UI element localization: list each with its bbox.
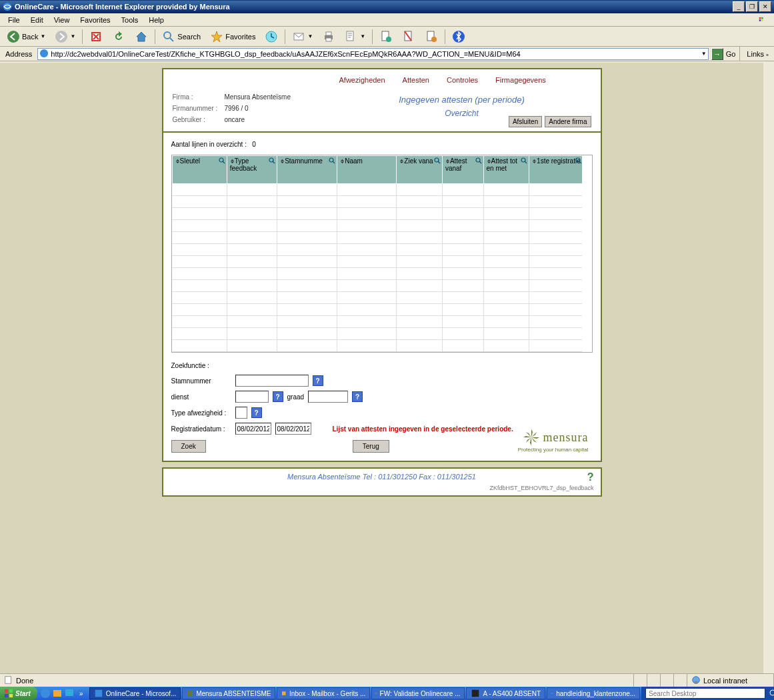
footer-panel: ? Mensura Absenteïsme Tel : 011/301250 F… <box>162 467 602 497</box>
terug-button[interactable]: Terug <box>353 440 389 453</box>
date-from-input[interactable] <box>235 423 271 435</box>
menu-edit[interactable]: Edit <box>25 15 49 25</box>
svg-point-6 <box>55 31 67 43</box>
links-button[interactable]: Links » <box>744 50 771 58</box>
column-header[interactable]: Type feedback <box>227 156 277 184</box>
menu-view[interactable]: View <box>49 15 75 25</box>
footer-help-icon[interactable]: ? <box>587 471 594 483</box>
taskbar-item[interactable]: Mensura ABSENTEISME <box>182 687 275 699</box>
url-field[interactable]: ▼ <box>37 48 708 60</box>
filter-icon[interactable] <box>219 157 225 164</box>
nav-attesten[interactable]: Attesten <box>403 76 429 84</box>
sort-icon[interactable] <box>230 157 235 162</box>
ql-ie-icon[interactable] <box>40 688 51 699</box>
nav-afwezigheden[interactable]: Afwezigheden <box>339 76 385 84</box>
dienst-input[interactable] <box>235 391 269 403</box>
column-header[interactable]: 1ste registratie <box>529 156 582 184</box>
filter-icon[interactable] <box>521 157 527 164</box>
nav-controles[interactable]: Controles <box>447 76 478 84</box>
taskbar-item[interactable]: FW: Validatie Onlinecare ... <box>371 687 465 699</box>
go-button[interactable]: → <box>711 48 723 60</box>
column-header[interactable]: Sleutel <box>172 156 227 184</box>
type-input[interactable] <box>235 407 247 419</box>
zone-text: Local intranet <box>703 677 747 685</box>
column-header[interactable]: Naam <box>337 156 397 184</box>
ql-desktop-icon[interactable] <box>64 688 75 699</box>
tool2-button[interactable] <box>398 28 419 45</box>
filter-icon[interactable] <box>475 157 482 164</box>
sort-icon[interactable] <box>445 157 450 162</box>
type-help-button[interactable]: ? <box>251 407 262 418</box>
doc2-icon <box>402 30 415 43</box>
search-button[interactable]: Search <box>158 28 205 45</box>
back-button[interactable]: Back ▼ <box>3 28 49 45</box>
minimize-button[interactable]: _ <box>733 1 745 12</box>
menu-tools[interactable]: Tools <box>116 15 144 25</box>
print-button[interactable] <box>318 28 339 45</box>
menu-file[interactable]: File <box>3 15 25 25</box>
menu-favorites[interactable]: Favorites <box>75 15 115 25</box>
restore-button[interactable]: ❐ <box>746 1 758 12</box>
table-scroll[interactable]: SleutelType feedbackStamnummeNaamZiek va… <box>172 155 582 352</box>
graad-input[interactable] <box>308 391 348 403</box>
doc-icon <box>379 30 393 43</box>
taskbar: Start » OnlineCare - Microsof...Mensura … <box>0 687 774 700</box>
edit-button[interactable]: ▼ <box>341 28 369 45</box>
ql-outlook-icon[interactable] <box>52 688 63 699</box>
bluetooth-button[interactable] <box>448 28 469 45</box>
stamnummer-input[interactable] <box>235 375 309 387</box>
svg-rect-38 <box>65 689 73 696</box>
taskbar-item[interactable]: Inbox - Mailbox - Gerits ... <box>277 687 370 699</box>
column-header[interactable]: Ziek vana <box>397 156 443 184</box>
taskbar-item[interactable]: handleiding_klantenzone... <box>547 687 640 699</box>
column-header[interactable]: Stamnumme <box>277 156 337 184</box>
table-row <box>172 208 582 220</box>
svg-point-16 <box>386 37 391 42</box>
menu-help[interactable]: Help <box>143 15 169 25</box>
filter-icon[interactable] <box>329 157 335 164</box>
stamnummer-help-button[interactable]: ? <box>313 375 323 386</box>
search-desktop-field[interactable] <box>645 688 765 699</box>
filter-icon[interactable] <box>434 157 441 164</box>
history-button[interactable] <box>261 28 282 45</box>
tool1-button[interactable] <box>375 28 397 45</box>
history-icon <box>265 30 278 43</box>
firmanummer-label: Firmanummer : <box>173 105 225 112</box>
taskbar-item[interactable]: A - AS400 ABSENT <box>466 687 545 699</box>
refresh-button[interactable] <box>108 28 129 45</box>
andere-firma-button[interactable]: Andere firma <box>545 116 591 127</box>
column-header[interactable]: Attest vanaf <box>442 156 483 184</box>
zoek-button[interactable]: Zoek <box>171 440 206 453</box>
table-row <box>172 328 582 340</box>
forward-button[interactable]: ▼ <box>51 28 79 45</box>
home-button[interactable] <box>131 28 152 45</box>
table-row <box>172 340 582 352</box>
dienst-help-button[interactable]: ? <box>273 391 283 402</box>
column-header[interactable]: Attest tot en met <box>483 156 529 184</box>
search-desktop-input[interactable] <box>649 690 762 697</box>
footer-code: ZKfdbHST_EBHOVRL7_dsp_feedback <box>170 485 594 491</box>
date-to-input[interactable] <box>275 423 311 435</box>
warning-text: Lijst van attesten ingegeven in de gesel… <box>333 425 513 433</box>
ql-chevron-icon[interactable]: » <box>76 688 87 699</box>
page-title: Ingegeven attesten (per periode) <box>333 95 591 105</box>
graad-help-button[interactable]: ? <box>352 391 363 402</box>
dienst-label: dienst <box>171 393 231 401</box>
url-dropdown-icon[interactable]: ▼ <box>701 51 707 57</box>
close-button[interactable]: ✕ <box>759 1 771 12</box>
favorites-button[interactable]: Favorites <box>206 28 259 45</box>
afsluiten-button[interactable]: Afsluiten <box>509 116 542 127</box>
filter-icon[interactable] <box>575 157 581 164</box>
url-input[interactable] <box>51 50 701 58</box>
taskbar-item[interactable]: OnlineCare - Microsof... <box>89 687 181 699</box>
filter-icon[interactable] <box>269 157 275 164</box>
tool3-button[interactable] <box>421 28 442 45</box>
mail-button[interactable]: ▼ <box>288 28 317 45</box>
sort-icon[interactable] <box>487 157 491 162</box>
start-button[interactable]: Start <box>0 687 37 700</box>
sort-icon[interactable] <box>175 157 180 162</box>
stop-button[interactable] <box>85 28 107 45</box>
menubar: File Edit View Favorites Tools Help <box>0 13 774 27</box>
nav-firmagegevens[interactable]: Firmagegevens <box>495 76 546 84</box>
tray-search-icon[interactable] <box>768 688 774 699</box>
